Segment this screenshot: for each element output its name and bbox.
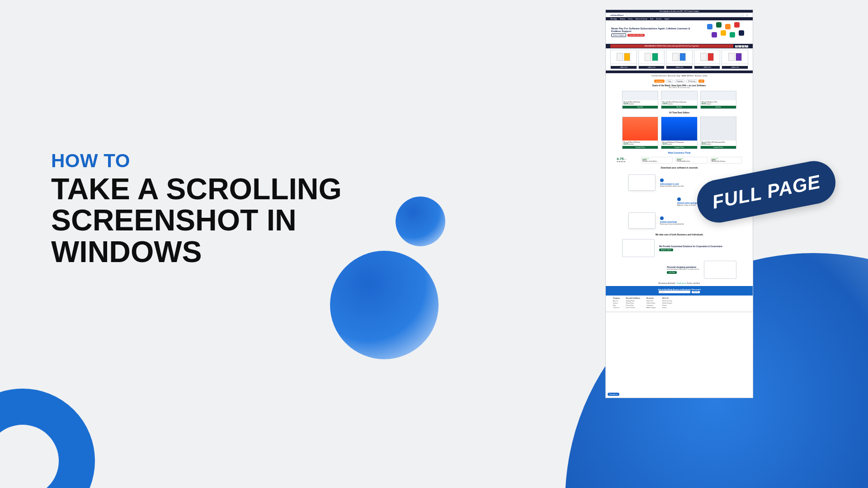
decorative-ring xyxy=(0,389,95,488)
mock-promo-text: NEW ARRIVALS! OFFICE 2024 is Here with U… xyxy=(610,44,733,48)
mock-nav-item: Antivirus & Security xyxy=(636,18,647,20)
mock-email-input xyxy=(659,291,690,293)
mock-subscribe-btn: Subscribe xyxy=(692,291,700,293)
mock-chip: 9 languages xyxy=(675,80,685,83)
mock-chip: 24/7 xyxy=(698,80,704,83)
mock-best-card: Microsoft Windows 11 Professional$59.99 … xyxy=(661,117,697,149)
mock-featured-card: + Add to Cart xyxy=(638,50,665,69)
mock-hero-btn-deals: View Deals of the Week xyxy=(627,34,645,37)
mock-nav: Office Apps Windows Servers Antivirus & … xyxy=(606,17,753,20)
mock-best-card: Microsoft Office 2021 Professional Plus$… xyxy=(700,117,736,149)
mock-nav-item: Business xyxy=(656,18,662,20)
headline-title-line1: TAKE A SCROLLING xyxy=(51,172,342,206)
mock-feature-chips: ★★★★★ 7 days 9 languages 0% financing 24… xyxy=(606,79,753,84)
mock-nav-item: Support xyxy=(665,18,670,20)
mock-hero-app-logos xyxy=(704,22,747,42)
mock-logo: softwareDepot xyxy=(610,14,623,16)
mock-trusted-by: Trusted by Professionals in Microsoft eb… xyxy=(606,73,753,79)
mock-nav-item: Office Apps xyxy=(610,18,617,20)
mock-biz-title: We take care of both Business and Indivi… xyxy=(656,234,703,236)
mock-countdown-s: 30 xyxy=(745,45,748,47)
headline-title-line2: SCREENSHOT IN WINDOWS xyxy=(51,203,297,268)
mock-deals-header: Deals of the Week: Save Upto 56% + on yo… xyxy=(606,84,753,89)
mock-chip: 7 days xyxy=(666,80,673,83)
mock-deal-card: Microsoft Office 2021 Home & Business$19… xyxy=(661,91,697,109)
mock-review: ★★★★★VerifiedGreat price, instant delive… xyxy=(641,157,673,164)
mock-featured-card: + Add to Cart xyxy=(722,50,748,69)
mock-review: ★★★★★VerifiedWorks perfectly, thank you… xyxy=(710,157,742,164)
mock-footer-col: CompanyAbout UsReviewsBlogContact Us xyxy=(613,297,620,309)
decorative-blob-small xyxy=(396,197,445,246)
mock-search xyxy=(626,14,743,16)
headline-title: TAKE A SCROLLING SCREENSHOT IN WINDOWS xyxy=(51,174,395,267)
mock-reviews-title: What Customers Think xyxy=(668,152,690,154)
mock-featured-card: + Add to Cart xyxy=(610,50,637,69)
mock-promo-strip: NEW ARRIVALS! OFFICE 2024 is Here with U… xyxy=(606,44,753,48)
mock-best-row: Microsoft Office 2024 Home$149.99 $249.9… xyxy=(606,115,753,150)
mock-cart-icon: 🛒 xyxy=(746,14,748,16)
mock-featured-row: + Add to Cart + Add to Cart + Add to Car… xyxy=(606,48,753,70)
mock-countdown-h: 12 xyxy=(738,45,741,47)
mock-biz1: We Provide Customised Solutions for Corp… xyxy=(606,237,753,259)
mock-press-row: Bloomberg Mashable TechCrunch Forbes wik… xyxy=(606,281,753,286)
mock-deals-row: Microsoft Office 2021 Home$149.99 $249.9… xyxy=(606,89,753,110)
mock-footer-col: Sell to UsVolume LicensingReseller Progr… xyxy=(662,297,672,309)
mock-hero-btn-browse: Browse Categories xyxy=(611,33,626,37)
headline-kicker: HOW TO xyxy=(51,150,395,172)
mock-chip: 0% financing xyxy=(686,80,697,83)
mock-countdown-m: 45 xyxy=(742,45,745,47)
mock-reviews-row: 4.75/ 5 ★★★★★ ★★★★★VerifiedGreat price, … xyxy=(606,155,753,165)
mock-header: softwareDepot 🛒 xyxy=(606,13,753,17)
mock-deal-card: Microsoft Office 2021 Home$149.99 $249.9… xyxy=(622,91,658,109)
mock-chip: ★★★★★ xyxy=(654,80,665,83)
mock-nav-item: Deals xyxy=(650,18,654,20)
mock-footer-col: ResourcesHelp CenterProduct GuidesCompar… xyxy=(646,297,656,309)
mock-nav-item: Servers xyxy=(628,18,632,20)
mock-hero: Never Pay For Software Subscriptions Aga… xyxy=(606,20,753,44)
mock-featured-card: + Add to Cart xyxy=(666,50,693,69)
mock-footer: CompanyAbout UsReviewsBlogContact Us Buy… xyxy=(606,296,753,311)
mock-deal-card: Microsoft Windows 11 Pro$59.99 $199.99Bu… xyxy=(700,91,736,109)
headline-block: HOW TO TAKE A SCROLLING SCREENSHOT IN WI… xyxy=(51,150,395,267)
mock-biz2: Personal shopping assistanceNeed help fi… xyxy=(606,259,753,281)
mock-newsletter: Join & Get Early Access to Exclusive Dis… xyxy=(606,286,753,296)
mock-best-card: Microsoft Office 2024 Home$149.99 $249.9… xyxy=(622,117,658,149)
mock-best-title: All Time Best Sellers xyxy=(669,112,689,114)
mock-download-title: Download your software in seconds xyxy=(660,167,698,169)
mock-review: ★★★★★VerifiedFast and reliable service… xyxy=(675,157,707,164)
mock-footer-col: Buy with ConfidenceShipping PolicyRefund… xyxy=(626,297,641,309)
mock-featured-card: + Add to Cart xyxy=(694,50,721,69)
mock-hero-title: Never Pay For Software Subscriptions Aga… xyxy=(611,27,700,33)
mock-countdown-d: 06 xyxy=(735,45,738,47)
mock-nav-item: Windows xyxy=(620,18,625,20)
mock-rating-summary: 4.75/ 5 ★★★★★ xyxy=(617,157,638,164)
mock-chat-fab: Chat with us xyxy=(608,393,619,396)
